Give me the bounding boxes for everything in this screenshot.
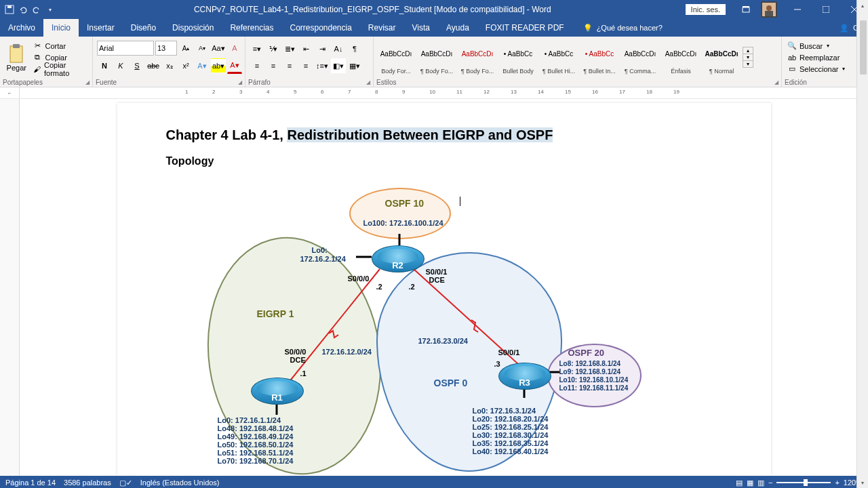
align-center-button[interactable]: ≡ [266, 58, 281, 73]
view-print-icon[interactable]: ▦ [747, 479, 753, 487]
ribbon-display-icon[interactable] [732, 0, 760, 19]
group-paragraph: ≡▾ ⅟▾ ≣▾ ⇤ ⇥ A↓ ¶ ≡ ≡ ≡ ≡ ↕≡▾ ◧▾ ▦▾ [245, 37, 374, 87]
find-button[interactable]: 🔍Buscar▾ [787, 40, 845, 52]
vertical-scrollbar[interactable]: ▴ ▾ [856, 0, 868, 488]
status-language[interactable]: Inglés (Estados Unidos) [140, 479, 220, 487]
tab-insert[interactable]: Insertar [79, 19, 123, 37]
signin-button[interactable]: Inic. ses. [686, 4, 726, 15]
gallery-up-icon[interactable]: ▴ [743, 47, 753, 54]
style-item[interactable]: AaBbCcDı¶ Normal [702, 39, 741, 77]
style-item[interactable]: AaBbCcDı¶ Comma... [620, 39, 660, 77]
subscript-button[interactable]: x₂ [162, 58, 177, 73]
decrease-indent-button[interactable]: ⇤ [298, 41, 313, 56]
undo-icon[interactable] [18, 4, 28, 15]
style-item[interactable]: • AaBbCc¶ Bullet Hi... [539, 39, 578, 77]
tab-references[interactable]: Referencias [222, 19, 281, 37]
scroll-up-icon[interactable]: ▴ [857, 0, 868, 11]
tab-layout[interactable]: Disposición [164, 19, 222, 37]
change-case-button[interactable]: Aa▾ [211, 41, 226, 56]
superscript-button[interactable]: x² [178, 58, 193, 73]
scroll-down-icon[interactable]: ▾ [857, 477, 868, 488]
clear-formatting-button[interactable]: A [227, 41, 242, 56]
topology-diagram: R2 R1 R3 OSPF 10 Lo100: 172.16.100.1/24 … [166, 181, 722, 472]
font-size-select[interactable] [155, 41, 177, 56]
text-effects-button[interactable]: A▾ [195, 58, 210, 73]
style-item[interactable]: AaBbCcDı¶ Body Fo... [458, 39, 497, 77]
zoom-out-button[interactable]: − [768, 479, 772, 487]
zoom-in-button[interactable]: + [835, 479, 839, 487]
spellcheck-icon[interactable]: ▢✓ [119, 479, 132, 487]
select-button[interactable]: ▭Seleccionar▾ [787, 63, 845, 75]
minimize-button[interactable] [784, 0, 811, 19]
bold-button[interactable]: N [97, 58, 112, 73]
decrease-font-button[interactable]: A▾ [195, 41, 210, 56]
font-label: Fuente [96, 79, 117, 86]
styles-gallery-scroll[interactable]: ▴ ▾ ▾ [743, 47, 753, 68]
qat-more-icon[interactable]: ▾ [45, 4, 56, 15]
italic-button[interactable]: K [113, 58, 128, 73]
maximize-button[interactable] [812, 0, 840, 19]
increase-indent-button[interactable]: ⇥ [315, 41, 330, 56]
sort-button[interactable]: A↓ [331, 41, 346, 56]
r1-dot1: .1 [300, 369, 307, 378]
pilcrow-button[interactable]: ¶ [347, 41, 362, 56]
shading-button[interactable]: ◧▾ [331, 58, 346, 73]
styles-launcher[interactable]: ◢ [774, 79, 778, 85]
gallery-down-icon[interactable]: ▾ [743, 54, 753, 61]
font-name-select[interactable] [97, 41, 154, 56]
tab-view[interactable]: Vista [404, 19, 438, 37]
svg-rect-2 [743, 7, 749, 12]
tab-review[interactable]: Revisar [360, 19, 404, 37]
paste-button[interactable]: Pegar [3, 42, 30, 73]
font-launcher[interactable]: ◢ [238, 79, 242, 85]
save-icon[interactable] [4, 4, 15, 15]
cut-button[interactable]: ✂Cortar [31, 40, 90, 52]
tab-home[interactable]: Inicio [43, 19, 79, 37]
tab-file[interactable]: Archivo [0, 19, 43, 37]
quick-access-toolbar: ▾ [0, 4, 60, 15]
horizontal-ruler[interactable]: ⌐ 12345678910111213141516171819 [0, 87, 868, 99]
line-spacing-button[interactable]: ↕≡▾ [315, 58, 330, 73]
view-readmode-icon[interactable]: ▤ [736, 479, 743, 487]
clipboard-launcher[interactable]: ◢ [85, 79, 90, 85]
style-item[interactable]: AaBbCcDıÉnfasis [661, 39, 701, 77]
multilevel-button[interactable]: ≣▾ [282, 41, 297, 56]
style-item[interactable]: • AaBbCcBullet Body [498, 39, 538, 77]
gallery-more-icon[interactable]: ▾ [743, 61, 753, 67]
r3-loopbacks-b: Lo8: 192.168.8.1/24Lo9: 192.168.9.1/24Lo… [559, 360, 629, 392]
align-right-button[interactable]: ≡ [282, 58, 297, 73]
scroll-thumb[interactable] [860, 20, 867, 75]
replace-button[interactable]: abReemplazar [787, 52, 845, 63]
style-item[interactable]: AaBbCcDı¶ Body Fo... [417, 39, 456, 77]
tab-help[interactable]: Ayuda [438, 19, 477, 37]
tab-mailings[interactable]: Correspondencia [281, 19, 359, 37]
underline-button[interactable]: S [130, 58, 144, 73]
tab-foxit[interactable]: FOXIT READER PDF [477, 19, 572, 37]
redo-icon[interactable] [31, 4, 42, 15]
font-color-button[interactable]: A▾ [227, 58, 242, 74]
strikethrough-button[interactable]: abc [146, 58, 161, 73]
highlight-button[interactable]: ab▾ [211, 58, 226, 73]
style-item[interactable]: AaBbCcDıBody For... [376, 39, 416, 77]
svg-rect-6 [765, 11, 773, 16]
tab-design[interactable]: Diseño [123, 19, 164, 37]
view-web-icon[interactable]: ▥ [757, 479, 764, 487]
bullets-button[interactable]: ≡▾ [250, 41, 264, 56]
format-painter-button[interactable]: 🖌Copiar formato [31, 63, 90, 75]
style-item[interactable]: • AaBbCc¶ Bullet In... [580, 39, 619, 77]
numbering-button[interactable]: ⅟▾ [266, 41, 281, 56]
lightbulb-icon: 💡 [583, 24, 593, 33]
paragraph-launcher[interactable]: ◢ [366, 79, 370, 85]
align-left-button[interactable]: ≡ [250, 58, 264, 73]
zoom-slider[interactable] [776, 482, 831, 483]
status-page[interactable]: Página 1 de 14 [5, 479, 56, 487]
borders-button[interactable]: ▦▾ [347, 58, 362, 73]
page-viewport[interactable]: Chapter 4 Lab 4-1, Redistribution Betwee… [20, 99, 868, 476]
tell-me-search[interactable]: 💡 ¿Qué desea hacer? [572, 19, 663, 37]
user-avatar[interactable] [761, 1, 777, 18]
clipboard-icon [7, 43, 25, 64]
justify-button[interactable]: ≡ [298, 58, 313, 73]
vertical-ruler[interactable] [0, 99, 20, 476]
status-word-count[interactable]: 3586 palabras [64, 479, 111, 487]
increase-font-button[interactable]: A▴ [178, 41, 193, 56]
